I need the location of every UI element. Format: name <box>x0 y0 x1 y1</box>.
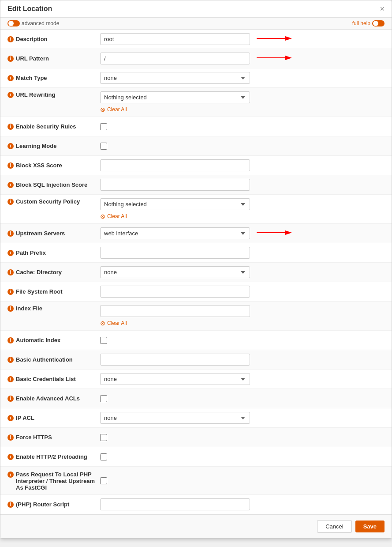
ip-acl-input-col: none <box>100 412 385 424</box>
url-pattern-input[interactable] <box>100 53 250 64</box>
ip-acl-row: i IP ACL none <box>0 408 392 428</box>
basic-authentication-input-col <box>100 354 385 366</box>
learning-mode-checkbox[interactable] <box>100 143 107 150</box>
force-https-checkbox[interactable] <box>100 434 107 441</box>
path-prefix-input[interactable] <box>100 247 250 259</box>
ip-acl-select[interactable]: none <box>100 412 250 424</box>
dialog-title: Edit Location <box>7 5 52 13</box>
file-system-root-input-col <box>100 286 385 298</box>
upstream-servers-select[interactable]: web interface <box>100 227 250 239</box>
basic-authentication-input[interactable] <box>100 354 250 366</box>
basic-authentication-info-icon[interactable]: i <box>7 357 14 363</box>
svg-marker-5 <box>285 230 292 235</box>
automatic-index-info-icon[interactable]: i <box>7 337 14 343</box>
match-type-select[interactable]: none <box>100 72 250 84</box>
ip-acl-info-icon[interactable]: i <box>7 415 14 421</box>
url-rewriting-row: i URL Rewriting Nothing selected ⊗ Clear… <box>0 88 392 117</box>
svg-marker-1 <box>285 36 292 41</box>
enable-advanced-acls-checkbox[interactable] <box>100 395 107 402</box>
pass-request-local-php-info-icon[interactable]: i <box>7 472 14 478</box>
file-system-root-row: i File System Root <box>0 282 392 302</box>
enable-advanced-acls-info-icon[interactable]: i <box>7 396 14 402</box>
block-sql-injection-score-label: i Block SQL Injection Score <box>7 181 100 188</box>
enable-advanced-acls-row: i Enable Advanced ACLs <box>0 389 392 408</box>
match-type-info-icon[interactable]: i <box>7 75 14 81</box>
upstream-servers-input-col: web interface <box>100 227 385 239</box>
block-sql-injection-score-input[interactable] <box>100 179 250 191</box>
basic-authentication-row: i Basic Authentication <box>0 350 392 370</box>
file-system-root-input[interactable] <box>100 286 250 298</box>
url-rewriting-clear-all[interactable]: ⊗ Clear All <box>100 106 385 113</box>
file-system-root-info-icon[interactable]: i <box>7 289 14 295</box>
learning-mode-info-icon[interactable]: i <box>7 143 14 149</box>
index-file-input-col: ⊗ Clear All <box>100 305 385 327</box>
url-rewriting-input-col: Nothing selected ⊗ Clear All <box>100 91 385 113</box>
close-button[interactable]: × <box>380 5 385 13</box>
url-rewriting-info-icon[interactable]: i <box>7 92 14 98</box>
url-rewriting-clear-icon: ⊗ <box>100 106 105 113</box>
index-file-input[interactable] <box>100 305 250 317</box>
custom-security-policy-label: i Custom Security Policy <box>7 198 100 205</box>
custom-security-policy-info-icon[interactable]: i <box>7 199 14 205</box>
upstream-servers-arrow <box>257 229 292 238</box>
description-info-icon[interactable]: i <box>7 36 14 42</box>
cache-directory-row: i Cache: Directory none <box>0 263 392 282</box>
custom-security-policy-row: i Custom Security Policy Nothing selecte… <box>0 195 392 224</box>
enable-security-rules-info-icon[interactable]: i <box>7 124 14 130</box>
save-button[interactable]: Save <box>355 521 385 532</box>
form-body: i Description i URL Patte <box>0 30 392 514</box>
basic-credentials-list-row: i Basic Credentials List none <box>0 370 392 389</box>
custom-security-policy-input-col: Nothing selected ⊗ Clear All <box>100 198 385 220</box>
php-router-script-info-icon[interactable]: i <box>7 502 14 508</box>
url-pattern-label: i URL Pattern <box>7 55 100 62</box>
block-xss-score-info-icon[interactable]: i <box>7 162 14 169</box>
php-router-script-input[interactable] <box>100 498 250 510</box>
path-prefix-info-icon[interactable]: i <box>7 250 14 256</box>
block-xss-score-input[interactable] <box>100 159 250 171</box>
enable-security-rules-input-col <box>100 123 385 130</box>
enable-http2-preloading-info-icon[interactable]: i <box>7 454 14 460</box>
full-help-link[interactable]: full help <box>352 20 385 26</box>
enable-http2-preloading-row: i Enable HTTP/2 Preloading <box>0 447 392 467</box>
cancel-button[interactable]: Cancel <box>317 520 351 533</box>
url-pattern-info-icon[interactable]: i <box>7 56 14 62</box>
upstream-servers-info-icon[interactable]: i <box>7 230 14 237</box>
upstream-servers-label: i Upstream Servers <box>7 230 100 237</box>
description-input[interactable] <box>100 33 250 45</box>
automatic-index-checkbox[interactable] <box>100 337 107 344</box>
cache-directory-info-icon[interactable]: i <box>7 269 14 275</box>
enable-advanced-acls-label: i Enable Advanced ACLs <box>7 395 100 402</box>
description-arrow <box>257 34 292 44</box>
cache-directory-label: i Cache: Directory <box>7 269 100 275</box>
enable-security-rules-row: i Enable Security Rules <box>0 117 392 136</box>
toolbar: advanced mode full help <box>0 18 392 30</box>
url-pattern-row: i URL Pattern <box>0 49 392 68</box>
automatic-index-input-col <box>100 337 385 344</box>
learning-mode-row: i Learning Mode <box>0 136 392 156</box>
learning-mode-label: i Learning Mode <box>7 143 100 149</box>
pass-request-local-php-checkbox[interactable] <box>100 477 107 484</box>
basic-credentials-list-select[interactable]: none <box>100 373 250 385</box>
index-file-clear-all[interactable]: ⊗ Clear All <box>100 320 385 327</box>
custom-security-policy-clear-all[interactable]: ⊗ Clear All <box>100 213 385 220</box>
advanced-mode-label: advanced mode <box>22 20 59 26</box>
custom-security-policy-select[interactable]: Nothing selected <box>100 198 250 210</box>
force-https-info-icon[interactable]: i <box>7 434 14 441</box>
path-prefix-row: i Path Prefix <box>0 243 392 263</box>
enable-security-rules-checkbox[interactable] <box>100 123 107 130</box>
block-sql-injection-score-info-icon[interactable]: i <box>7 182 14 188</box>
php-router-script-label: i (PHP) Router Script <box>7 501 100 508</box>
full-help-toggle-icon <box>372 20 385 26</box>
index-file-info-icon[interactable]: i <box>7 306 14 312</box>
pass-request-local-php-row: i Pass Request To Local PHP Interpreter … <box>0 467 392 495</box>
block-sql-injection-score-input-col <box>100 179 385 191</box>
advanced-mode-toggle[interactable]: advanced mode <box>7 20 59 26</box>
basic-credentials-list-info-icon[interactable]: i <box>7 376 14 382</box>
cache-directory-select[interactable]: none <box>100 266 250 278</box>
cache-directory-input-col: none <box>100 266 385 278</box>
enable-http2-preloading-checkbox[interactable] <box>100 453 107 460</box>
dialog-header: Edit Location × <box>0 0 392 18</box>
custom-security-policy-clear-icon: ⊗ <box>100 213 105 220</box>
basic-credentials-list-label: i Basic Credentials List <box>7 376 100 382</box>
url-rewriting-select[interactable]: Nothing selected <box>100 91 250 103</box>
